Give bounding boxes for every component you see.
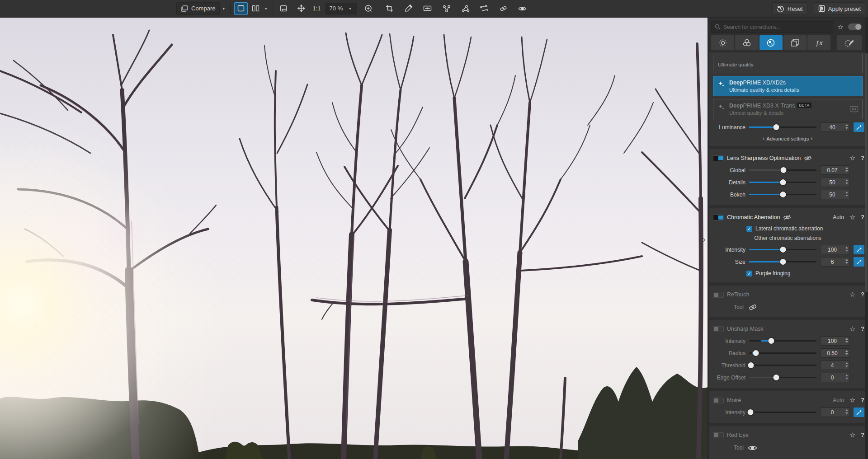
control-polygon-button[interactable] xyxy=(459,2,472,15)
help-icon[interactable]: ? xyxy=(861,291,864,298)
bokeh-slider[interactable] xyxy=(749,191,816,198)
favorite-star-icon[interactable]: ☆ xyxy=(849,154,855,162)
compare-button[interactable]: Compare xyxy=(176,2,220,15)
advanced-settings-link[interactable]: + Advanced settings + xyxy=(711,134,864,142)
usm-radius-slider[interactable] xyxy=(749,350,816,356)
favorite-star-icon[interactable]: ☆ xyxy=(849,325,855,333)
slider-thumb[interactable] xyxy=(747,409,753,415)
panel-scrollbar[interactable] xyxy=(865,18,868,459)
split-view-button[interactable] xyxy=(249,2,262,15)
show-corrections-button[interactable] xyxy=(516,2,529,15)
favorite-star-icon[interactable]: ☆ xyxy=(849,396,855,404)
retouch-tool-button[interactable] xyxy=(497,2,510,15)
lateral-ca-checkbox[interactable]: ✓ xyxy=(746,226,752,232)
search-input[interactable] xyxy=(723,24,830,30)
usm-intensity-slider[interactable] xyxy=(749,337,816,344)
favorite-star-icon[interactable]: ☆ xyxy=(849,213,855,221)
ca-size-wand-button[interactable] xyxy=(854,257,864,267)
usm-edge-offset-value[interactable]: 0 xyxy=(820,373,850,382)
moire-intensity-slider[interactable] xyxy=(749,409,816,416)
slider-thumb[interactable] xyxy=(769,338,774,344)
red-eye-toggle[interactable] xyxy=(713,432,724,438)
denoise-item-deepprime-xd[interactable]: DeepPRIME XD/XD2s Ultimate quality & ext… xyxy=(713,76,863,96)
unsharp-mask-toggle[interactable] xyxy=(713,326,724,332)
slider-thumb[interactable] xyxy=(773,124,779,130)
usm-intensity-value[interactable]: 100 xyxy=(820,336,850,346)
details-value[interactable]: 50 xyxy=(820,178,850,187)
lens-sharpness-toggle[interactable] xyxy=(713,155,724,161)
preview-eye-off-icon[interactable] xyxy=(783,214,791,220)
value-spinner[interactable] xyxy=(845,375,848,379)
luminance-slider[interactable] xyxy=(749,124,816,131)
view-mode-dropdown[interactable]: ▾ xyxy=(263,6,269,11)
preview-eye-off-icon[interactable] xyxy=(804,155,812,161)
red-eye-tool-icon[interactable] xyxy=(748,445,757,451)
active-corrections-toggle[interactable] xyxy=(848,23,862,30)
value-spinner[interactable] xyxy=(845,247,848,252)
photo-canvas[interactable]: › xyxy=(0,18,708,459)
retouch-toggle[interactable] xyxy=(713,292,724,298)
denoise-item-partial[interactable]: Ultimate quality xyxy=(713,53,863,73)
tab-color[interactable] xyxy=(735,35,758,50)
slider-thumb[interactable] xyxy=(753,350,759,356)
value-spinner[interactable] xyxy=(845,362,848,367)
value-spinner[interactable] xyxy=(845,409,848,414)
ca-size-value[interactable]: 6 xyxy=(820,257,850,267)
tab-fx[interactable]: ƒx xyxy=(807,35,830,50)
bokeh-value[interactable]: 50 xyxy=(820,190,850,199)
value-spinner[interactable] xyxy=(845,350,848,355)
usm-radius-value[interactable]: 0.50 xyxy=(820,348,850,358)
feedback-bubble-icon[interactable] xyxy=(849,106,859,113)
help-icon[interactable]: ? xyxy=(861,326,864,332)
help-icon[interactable]: ? xyxy=(861,155,864,161)
single-view-button[interactable] xyxy=(234,2,248,15)
slider-thumb[interactable] xyxy=(773,375,779,380)
value-spinner[interactable] xyxy=(845,192,848,197)
favorites-filter-icon[interactable]: ☆ xyxy=(838,23,844,31)
tab-detail[interactable] xyxy=(760,35,783,50)
color-picker-button[interactable] xyxy=(402,2,415,15)
fit-screen-button[interactable] xyxy=(277,2,290,15)
global-slider[interactable] xyxy=(749,167,816,173)
reset-button[interactable]: Reset xyxy=(772,2,807,15)
luminance-auto-wand-button[interactable] xyxy=(854,122,864,132)
control-line-button[interactable] xyxy=(478,2,491,15)
value-spinner[interactable] xyxy=(845,167,848,172)
purple-fringing-checkbox[interactable]: ✓ xyxy=(746,271,752,276)
luminance-value[interactable]: 40 xyxy=(820,122,850,132)
usm-edge-offset-slider[interactable] xyxy=(749,374,816,381)
ca-intensity-value[interactable]: 100 xyxy=(820,245,850,254)
global-value[interactable]: 0.07 xyxy=(820,165,850,175)
slider-thumb[interactable] xyxy=(780,259,786,265)
moire-toggle[interactable] xyxy=(713,398,724,403)
value-spinner[interactable] xyxy=(845,338,848,343)
tab-geometry[interactable] xyxy=(783,35,807,50)
moire-intensity-value[interactable]: 0 xyxy=(820,407,850,417)
pan-tool-button[interactable] xyxy=(295,2,308,15)
retouch-bandaid-icon[interactable] xyxy=(748,303,758,311)
tab-local-adjustments[interactable] xyxy=(837,35,862,50)
help-icon[interactable]: ? xyxy=(861,214,864,220)
slider-thumb[interactable] xyxy=(780,179,786,185)
crop-tool-button[interactable] xyxy=(383,2,396,15)
denoise-item-xd3-xtrans[interactable]: DeepPRIME XD3 X-TransBETA Utmost quality… xyxy=(713,99,863,119)
favorite-star-icon[interactable]: ☆ xyxy=(849,431,855,439)
slider-thumb[interactable] xyxy=(748,362,754,368)
value-spinner[interactable] xyxy=(845,179,848,184)
favorite-star-icon[interactable]: ☆ xyxy=(849,290,855,299)
slider-thumb[interactable] xyxy=(780,192,786,197)
search-input-wrap[interactable] xyxy=(711,21,833,33)
usm-threshold-slider[interactable] xyxy=(749,362,816,369)
slider-thumb[interactable] xyxy=(780,247,786,253)
panel-collapse-handle[interactable]: › xyxy=(703,234,706,244)
value-spinner[interactable] xyxy=(845,259,848,264)
usm-threshold-value[interactable]: 4 xyxy=(820,361,850,370)
moire-wand-button[interactable] xyxy=(854,407,864,417)
zoom-in-button[interactable] xyxy=(362,2,375,15)
control-point-button[interactable] xyxy=(440,2,453,15)
ca-size-slider[interactable] xyxy=(749,258,816,265)
horizon-tool-button[interactable] xyxy=(421,2,434,15)
ca-intensity-slider[interactable] xyxy=(749,246,816,253)
zoom-level-dropdown[interactable]: 70 % ▾ xyxy=(326,3,357,14)
chromatic-aberration-toggle[interactable] xyxy=(713,215,724,220)
